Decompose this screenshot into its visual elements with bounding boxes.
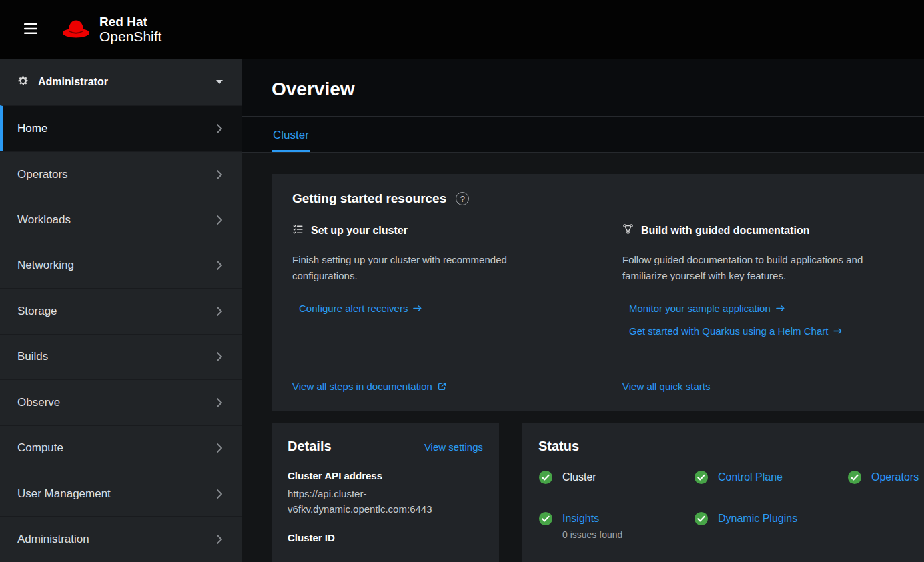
dynamic-plugins-link[interactable]: Dynamic Plugins	[718, 513, 797, 524]
status-card: Status V Cluster Control Plane	[522, 423, 924, 562]
perspective-switcher[interactable]: Administrator	[0, 59, 242, 105]
sidebar-item-compute[interactable]: Compute	[0, 425, 242, 471]
sidebar-item-label: Operators	[17, 168, 68, 181]
logo-brand-text: Red Hat	[99, 15, 161, 29]
getting-started-title: Getting started resources	[292, 191, 446, 206]
status-item-operators: Operators	[847, 470, 919, 485]
sidebar-item-networking[interactable]: Networking	[0, 243, 242, 288]
details-card: Details View settings Cluster API addres…	[272, 423, 499, 562]
status-item-dynamic-plugins: Dynamic Plugins	[694, 511, 847, 540]
status-item-control-plane: Control Plane	[694, 470, 847, 485]
tab-label: Cluster	[273, 129, 309, 142]
openshift-logo: Red Hat OpenShift	[61, 15, 161, 45]
cluster-id-label: Cluster ID	[288, 532, 483, 543]
caret-down-icon	[216, 80, 223, 84]
check-circle-icon	[694, 470, 709, 485]
guided-documentation-section: Build with guided documentation Follow g…	[592, 223, 903, 392]
cluster-api-address-value: https://api.cluster-v6fkv.dynamic.opentl…	[288, 486, 483, 517]
view-quick-starts-link[interactable]: View all quick starts	[622, 381, 903, 392]
chevron-right-icon	[216, 169, 223, 180]
tab-bar: Cluster	[242, 117, 924, 153]
status-item-cluster: Cluster	[538, 470, 694, 485]
sidebar-item-workloads[interactable]: Workloads	[0, 197, 242, 242]
check-circle-icon	[847, 470, 862, 485]
check-circle-icon	[694, 511, 709, 526]
status-item-insights: Insights 0 issues found	[538, 511, 694, 540]
page-title: Overview	[272, 79, 894, 100]
tab-cluster[interactable]: Cluster	[272, 119, 310, 152]
sidebar-item-label: Networking	[17, 259, 74, 272]
sidebar-item-label: Administration	[17, 533, 89, 546]
gear-icon	[17, 75, 29, 89]
chevron-right-icon	[216, 215, 223, 225]
sidebar-item-label: Workloads	[17, 213, 71, 227]
operators-link[interactable]: Operators	[871, 471, 919, 483]
redhat-logo-icon	[61, 17, 91, 42]
guided-docs-description: Follow guided documentation to build app…	[622, 252, 879, 284]
menu-toggle-button[interactable]	[17, 17, 44, 43]
page-header: Overview Cluster	[242, 59, 924, 153]
sidebar: Administrator Home Operators Workloads N…	[0, 59, 242, 562]
arrow-right-icon	[413, 305, 422, 312]
view-settings-link[interactable]: View settings	[424, 441, 483, 453]
check-circle-icon	[538, 470, 553, 485]
checklist-icon	[292, 223, 304, 237]
status-cluster-label: Cluster	[562, 471, 596, 483]
quarkus-helm-chart-link[interactable]: Get started with Quarkus using a Helm Ch…	[629, 325, 903, 337]
content-area: Getting started resources ? Set up your …	[242, 153, 924, 562]
logo-text: Red Hat OpenShift	[99, 15, 161, 45]
insights-link[interactable]: Insights	[562, 513, 599, 524]
sidebar-item-label: Home	[17, 122, 47, 135]
sidebar-item-user-management[interactable]: User Management	[0, 471, 242, 516]
control-plane-link[interactable]: Control Plane	[718, 471, 783, 483]
chevron-right-icon	[216, 351, 223, 362]
main-content: Overview Cluster Getting started resourc…	[242, 59, 924, 562]
sidebar-item-observe[interactable]: Observe	[0, 379, 242, 425]
sidebar-item-label: Builds	[17, 350, 48, 363]
help-icon[interactable]: ?	[456, 192, 469, 205]
sidebar-item-label: Observe	[17, 396, 60, 409]
sidebar-item-label: User Management	[17, 487, 111, 501]
view-documentation-link[interactable]: View all steps in documentation	[292, 381, 565, 392]
chevron-right-icon	[216, 260, 223, 271]
guided-docs-icon	[622, 223, 634, 237]
chevron-right-icon	[216, 306, 223, 317]
check-circle-icon	[538, 511, 553, 526]
perspective-label: Administrator	[38, 76, 108, 88]
arrow-right-icon	[776, 305, 785, 312]
sidebar-item-label: Compute	[17, 441, 63, 455]
sidebar-item-operators[interactable]: Operators	[0, 151, 242, 197]
chevron-right-icon	[216, 123, 223, 134]
chevron-right-icon	[216, 489, 223, 499]
sidebar-item-home[interactable]: Home	[0, 105, 242, 151]
hamburger-icon	[24, 23, 37, 36]
external-link-icon	[438, 382, 446, 391]
sidebar-item-administration[interactable]: Administration	[0, 516, 242, 561]
arrow-right-icon	[833, 327, 843, 335]
sidebar-item-storage[interactable]: Storage	[0, 288, 242, 333]
masthead: Red Hat OpenShift	[0, 0, 924, 59]
cluster-api-address-label: Cluster API address	[288, 470, 483, 481]
details-title: Details	[288, 439, 332, 454]
setup-cluster-section: Set up your cluster Finish setting up yo…	[292, 223, 592, 392]
chevron-right-icon	[216, 397, 223, 408]
sidebar-item-builds[interactable]: Builds	[0, 334, 242, 379]
insights-issues-count: 0 issues found	[562, 529, 622, 540]
getting-started-card: Getting started resources ? Set up your …	[272, 174, 924, 411]
setup-cluster-heading: Set up your cluster	[311, 225, 408, 237]
chevron-right-icon	[216, 443, 223, 453]
monitor-sample-app-link[interactable]: Monitor your sample application	[629, 303, 903, 314]
guided-docs-heading: Build with guided documentation	[641, 225, 809, 237]
setup-cluster-description: Finish setting up your cluster with reco…	[292, 252, 549, 284]
logo-product-text: OpenShift	[99, 29, 161, 45]
status-title: Status	[538, 439, 579, 454]
sidebar-item-label: Storage	[17, 305, 57, 318]
configure-alert-receivers-link[interactable]: Configure alert receivers	[299, 303, 565, 314]
chevron-right-icon	[216, 534, 223, 545]
